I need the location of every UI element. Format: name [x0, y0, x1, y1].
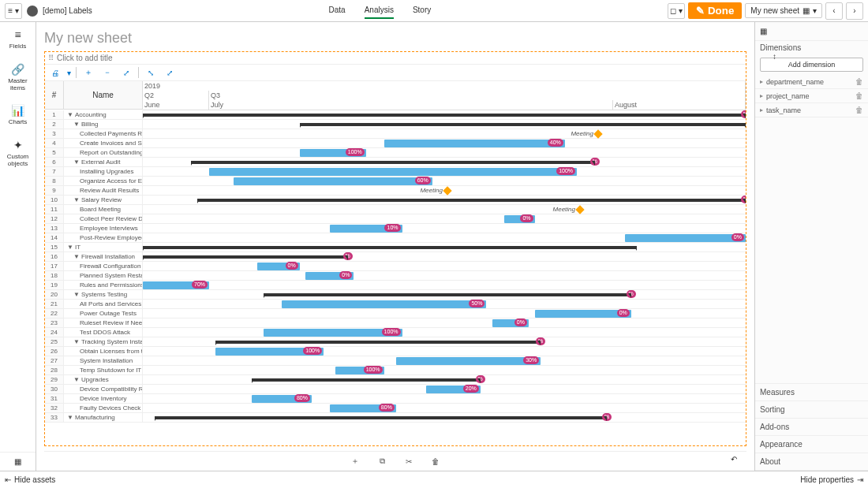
gantt-row[interactable]: 9Review Audit ResultsMeeting [45, 186, 746, 196]
property-section[interactable]: About [755, 453, 868, 471]
add-icon[interactable]: ＋ [348, 455, 362, 468]
dimension-row[interactable]: ▸department_name🗑 [755, 75, 868, 89]
task-bar[interactable]: 60% [234, 177, 432, 185]
hide-assets-button[interactable]: ⇤ Hide assets [5, 475, 55, 484]
summary-bar[interactable]: % [252, 378, 481, 382]
gantt-row[interactable]: 13Employee Interviews10% [45, 224, 746, 233]
gantt-row[interactable]: 19Rules and Permissions Audit70% [45, 281, 746, 290]
task-bar[interactable]: 50% [282, 300, 487, 308]
property-section[interactable]: Add-ons [755, 419, 868, 436]
gantt-row[interactable]: 2▼Billing [45, 120, 746, 129]
expander-icon[interactable]: ▼ [73, 253, 80, 260]
property-section[interactable]: Appearance [755, 436, 868, 453]
expander-icon[interactable]: ▼ [73, 291, 80, 298]
gantt-row[interactable]: 8Organize Access for External Auditors60… [45, 177, 746, 186]
gantt-row[interactable]: 31Device Inventory80% [45, 394, 746, 404]
milestone[interactable]: Meeting [420, 187, 450, 194]
summary-bar[interactable]: % [155, 416, 607, 419]
task-bar[interactable]: 80% [330, 404, 396, 412]
gantt-row[interactable]: 16▼Firewall Installation% [45, 252, 746, 262]
asset-tab-fields[interactable]: ≡Fields [0, 22, 36, 57]
expander-icon[interactable]: ▼ [73, 158, 80, 166]
gantt-row[interactable]: 33▼Manufacturing% [45, 413, 746, 423]
gantt-row[interactable]: 5Report on Outstanding Collections100% [45, 148, 746, 158]
cut-icon[interactable]: ✂ [402, 455, 416, 468]
summary-bar[interactable] [143, 246, 637, 249]
milestone[interactable]: Meeting [553, 206, 583, 213]
task-bar[interactable]: 0% [535, 310, 631, 318]
delete-dimension-icon[interactable]: 🗑 [855, 106, 863, 114]
delete-dimension-icon[interactable]: 🗑 [855, 91, 863, 100]
collapse-icon[interactable]: ⤢ [163, 66, 177, 79]
gantt-row[interactable]: 10▼Salary Review% [45, 196, 746, 205]
milestone[interactable]: Meeting [571, 130, 600, 137]
expand-icon[interactable]: ⤡ [144, 66, 158, 79]
gantt-row[interactable]: 28Temp Shutdown for IT Audit100% [45, 366, 746, 375]
gantt-row[interactable]: 23Ruleset Review If Needed0% [45, 319, 746, 328]
task-bar[interactable]: 100% [215, 348, 324, 356]
expander-icon[interactable]: ▼ [73, 196, 80, 203]
gantt-chart[interactable]: # Name 2019 Q2 Q3 June July Au [45, 81, 746, 445]
gantt-row[interactable]: 29▼Upgrades% [45, 375, 746, 385]
add-dimension-button[interactable]: Add dimension [760, 58, 863, 72]
visualization-frame[interactable]: ⠿ 🖨 ▾ ＋ － ⤢ ⤡ ⤢ # Name [44, 51, 746, 446]
bookmark-button[interactable]: ◻ ▾ [668, 3, 685, 19]
gantt-row[interactable]: 15▼IT [45, 243, 746, 252]
gantt-row[interactable]: 21All Ports and Services Test50% [45, 300, 746, 309]
task-bar[interactable]: 0% [257, 263, 299, 270]
expander-icon[interactable]: ▼ [67, 111, 73, 118]
copy-icon[interactable]: ⧉ [375, 455, 389, 468]
task-bar[interactable]: 20% [426, 386, 481, 393]
dimension-row[interactable]: ▸task_name🗑 [755, 103, 868, 117]
asset-tab-charts[interactable]: 📊Charts [0, 98, 36, 132]
task-bar[interactable]: 100% [335, 367, 383, 374]
summary-bar[interactable]: % [143, 255, 348, 259]
gantt-row[interactable]: 17Firewall Configuration0% [45, 262, 746, 271]
gantt-row[interactable]: 22Power Outage Tests0% [45, 309, 746, 319]
gantt-row[interactable]: 1▼Accounting% [45, 110, 746, 120]
gantt-row[interactable]: 7Installing Upgrades100% [45, 167, 746, 177]
hide-properties-button[interactable]: Hide properties ⇥ [800, 475, 863, 484]
expander-icon[interactable]: ▼ [73, 376, 80, 383]
gantt-row[interactable]: 25▼Tracking System Installation% [45, 337, 746, 347]
delete-dimension-icon[interactable]: 🗑 [855, 77, 863, 86]
prev-sheet-button[interactable]: ‹ [825, 2, 843, 20]
gantt-row[interactable]: 18Planned System Restart0% [45, 271, 746, 281]
sheet-title-input[interactable] [44, 28, 746, 51]
gantt-row[interactable]: 14Post-Review Employee Interviews0% [45, 233, 746, 243]
expander-icon[interactable]: ▼ [67, 244, 73, 251]
next-sheet-button[interactable]: › [846, 2, 863, 20]
task-bar[interactable]: 30% [396, 357, 541, 365]
drag-handle-icon[interactable]: ⠿ [48, 54, 54, 62]
gantt-row[interactable]: 26Obtain Licenses from the Vendor100% [45, 347, 746, 356]
task-bar[interactable]: 100% [209, 168, 577, 176]
task-bar[interactable]: 100% [264, 329, 402, 337]
task-bar[interactable]: 0% [504, 215, 534, 223]
asset-tab-master[interactable]: 🔗Master items [0, 57, 36, 99]
viz-title-input[interactable] [57, 54, 743, 62]
task-bar[interactable]: 100% [300, 149, 366, 157]
gantt-row[interactable]: 27System Installation30% [45, 356, 746, 366]
gantt-row[interactable]: 6▼External Audit% [45, 158, 746, 167]
expander-icon[interactable]: ▼ [67, 414, 73, 421]
task-bar[interactable]: 40% [384, 140, 565, 147]
asset-tab-custom[interactable]: ✦Custom objects [0, 132, 36, 174]
tab-data[interactable]: Data [329, 2, 346, 19]
gantt-row[interactable]: 3Collected Payments ReviewMeeting [45, 129, 746, 139]
gantt-row[interactable]: 12Collect Peer Review Data0% [45, 214, 746, 224]
undo-icon[interactable]: ↶ [731, 455, 737, 464]
tab-story[interactable]: Story [413, 2, 431, 19]
gantt-row[interactable]: 11Board MeetingMeeting [45, 205, 746, 214]
summary-bar[interactable]: % [215, 341, 541, 344]
expander-icon[interactable]: ▼ [73, 121, 80, 128]
task-bar[interactable]: 80% [252, 395, 312, 403]
done-button[interactable]: ✎ Done [688, 2, 742, 19]
summary-bar[interactable] [300, 123, 746, 126]
tab-analysis[interactable]: Analysis [365, 2, 394, 19]
sheet-selector[interactable]: My new sheet ▦ ▾ [745, 3, 822, 18]
task-bar[interactable]: 10% [330, 225, 402, 233]
gantt-row[interactable]: 4Create Invoices and Send Them40% [45, 139, 746, 148]
property-section[interactable]: Measures [755, 384, 868, 401]
gantt-row[interactable]: 20▼Systems Testing% [45, 290, 746, 300]
summary-bar[interactable]: % [264, 293, 631, 296]
